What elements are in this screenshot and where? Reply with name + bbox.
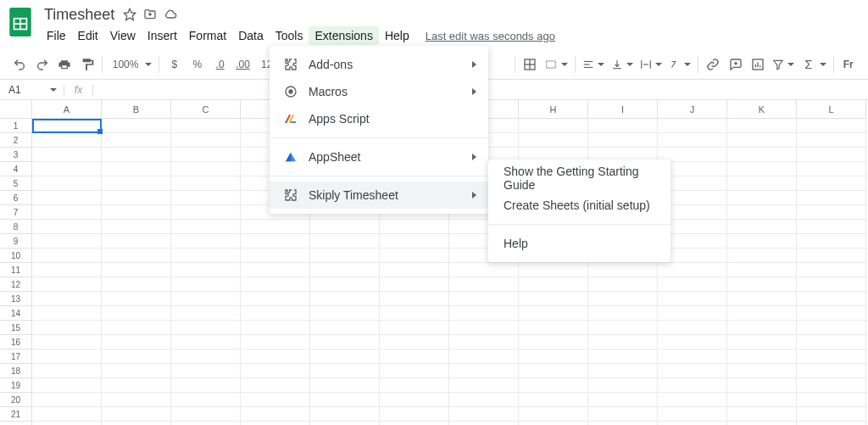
cell[interactable] bbox=[102, 321, 171, 335]
cell[interactable] bbox=[380, 350, 449, 364]
name-box[interactable]: A1 bbox=[0, 84, 64, 96]
menu-addons[interactable]: Add-ons bbox=[270, 51, 488, 78]
cell[interactable] bbox=[171, 133, 241, 148]
cell[interactable] bbox=[727, 191, 797, 205]
toolbar-more-button[interactable]: Fr bbox=[837, 53, 859, 75]
text-wrap-button[interactable] bbox=[637, 59, 665, 70]
cell[interactable] bbox=[519, 263, 588, 277]
cell[interactable] bbox=[171, 162, 241, 176]
cell[interactable] bbox=[380, 234, 449, 249]
cell[interactable] bbox=[102, 176, 171, 191]
cell[interactable] bbox=[658, 364, 727, 378]
column-header[interactable]: C bbox=[171, 100, 241, 119]
cell[interactable] bbox=[658, 422, 727, 425]
cell[interactable] bbox=[32, 263, 102, 277]
cell[interactable] bbox=[727, 263, 797, 277]
cell[interactable] bbox=[727, 407, 797, 422]
cell[interactable] bbox=[310, 277, 380, 292]
menu-edit[interactable]: Edit bbox=[72, 26, 104, 45]
cell[interactable] bbox=[102, 249, 171, 263]
menu-data[interactable]: Data bbox=[232, 26, 270, 45]
column-header[interactable]: H bbox=[519, 100, 588, 119]
cell[interactable] bbox=[797, 133, 866, 148]
cell[interactable] bbox=[32, 162, 102, 176]
row-header[interactable]: 1 bbox=[0, 119, 32, 133]
row-header[interactable]: 2 bbox=[0, 133, 32, 148]
cell[interactable] bbox=[32, 321, 102, 335]
cell[interactable] bbox=[380, 277, 449, 292]
cell[interactable] bbox=[588, 277, 658, 292]
cell[interactable] bbox=[171, 407, 241, 422]
cell[interactable] bbox=[797, 321, 866, 335]
cell[interactable] bbox=[380, 292, 449, 306]
cell[interactable] bbox=[658, 321, 727, 335]
cell[interactable] bbox=[797, 277, 866, 292]
cell[interactable] bbox=[797, 205, 866, 220]
cell[interactable] bbox=[658, 119, 727, 133]
cell[interactable] bbox=[588, 292, 658, 306]
undo-button[interactable] bbox=[8, 53, 31, 75]
cell[interactable] bbox=[32, 205, 102, 220]
cell[interactable] bbox=[797, 422, 866, 425]
cell[interactable] bbox=[658, 133, 727, 148]
cell[interactable] bbox=[171, 263, 241, 277]
text-rotation-button[interactable] bbox=[665, 59, 694, 70]
cell[interactable] bbox=[797, 393, 866, 407]
cell[interactable] bbox=[241, 306, 310, 321]
cell[interactable] bbox=[102, 350, 171, 364]
cell[interactable] bbox=[241, 378, 310, 393]
column-header[interactable]: L bbox=[797, 100, 866, 119]
cell[interactable] bbox=[32, 191, 102, 205]
cell[interactable] bbox=[32, 133, 102, 148]
cell[interactable] bbox=[449, 422, 519, 425]
cell[interactable] bbox=[310, 364, 380, 378]
cell[interactable] bbox=[797, 162, 866, 176]
cell[interactable] bbox=[102, 378, 171, 393]
cell[interactable] bbox=[797, 364, 866, 378]
cell[interactable] bbox=[380, 364, 449, 378]
cell[interactable] bbox=[658, 306, 727, 321]
cell[interactable] bbox=[727, 234, 797, 249]
cell[interactable] bbox=[32, 306, 102, 321]
cell[interactable] bbox=[588, 378, 658, 393]
cell[interactable] bbox=[171, 393, 241, 407]
cell[interactable] bbox=[102, 263, 171, 277]
cell[interactable] bbox=[102, 306, 171, 321]
cell[interactable] bbox=[32, 364, 102, 378]
cell[interactable] bbox=[727, 378, 797, 393]
cell[interactable] bbox=[797, 119, 866, 133]
cell[interactable] bbox=[519, 364, 588, 378]
cell[interactable] bbox=[519, 277, 588, 292]
cell[interactable] bbox=[797, 263, 866, 277]
cell[interactable] bbox=[727, 162, 797, 176]
menu-extensions[interactable]: Extensions bbox=[309, 26, 378, 45]
cell[interactable] bbox=[658, 407, 727, 422]
cell[interactable] bbox=[449, 292, 519, 306]
cell[interactable] bbox=[380, 321, 449, 335]
cell[interactable] bbox=[32, 148, 102, 162]
submenu-getting-started[interactable]: Show the Getting Starting Guide bbox=[488, 165, 670, 192]
cell[interactable] bbox=[449, 335, 519, 350]
cell[interactable] bbox=[102, 148, 171, 162]
row-header[interactable]: 17 bbox=[0, 350, 32, 364]
cell[interactable] bbox=[32, 119, 102, 133]
cell[interactable] bbox=[588, 335, 658, 350]
menu-apps-script[interactable]: Apps Script bbox=[270, 105, 488, 132]
column-header[interactable]: A bbox=[32, 100, 102, 119]
cell[interactable] bbox=[171, 364, 241, 378]
cell[interactable] bbox=[32, 407, 102, 422]
row-header[interactable]: 15 bbox=[0, 321, 32, 335]
cell[interactable] bbox=[519, 422, 588, 425]
menu-skiply-timesheet[interactable]: Skiply Timesheet bbox=[270, 182, 488, 209]
zoom-select[interactable]: 100% bbox=[106, 59, 156, 70]
cell[interactable] bbox=[102, 191, 171, 205]
row-header[interactable]: 7 bbox=[0, 205, 32, 220]
cell[interactable] bbox=[171, 205, 241, 220]
cell[interactable] bbox=[171, 321, 241, 335]
filter-button[interactable] bbox=[769, 59, 798, 70]
menu-file[interactable]: File bbox=[41, 26, 72, 45]
cell[interactable] bbox=[727, 277, 797, 292]
vertical-align-button[interactable] bbox=[608, 59, 637, 70]
cell[interactable] bbox=[797, 335, 866, 350]
star-icon[interactable] bbox=[121, 6, 138, 23]
